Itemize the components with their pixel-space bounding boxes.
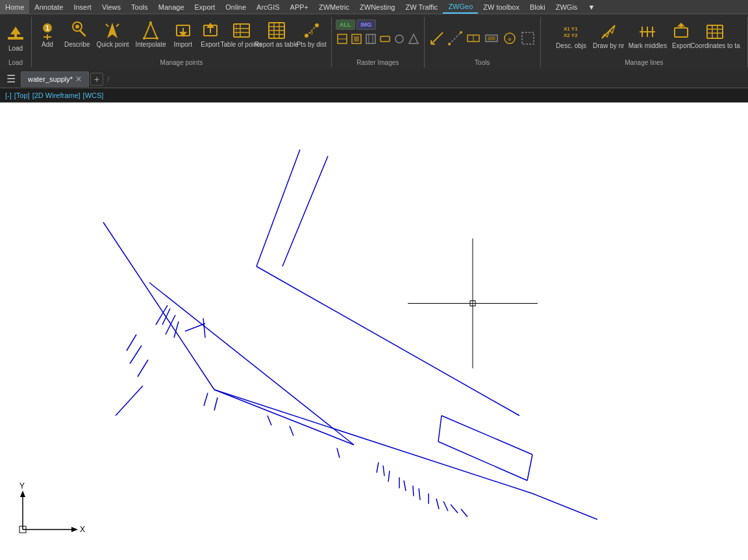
- quick-point-button[interactable]: Quick point: [94, 18, 131, 51]
- svg-text:3: 3: [235, 32, 237, 36]
- svg-rect-59: [488, 36, 495, 40]
- svg-line-113: [116, 386, 143, 416]
- desc-objs-label: Desc. objs: [556, 42, 586, 50]
- svg-line-109: [532, 494, 597, 520]
- raster-all-button[interactable]: ALL: [336, 19, 355, 30]
- export-label: Export: [201, 41, 219, 49]
- tab-separator: /: [107, 75, 109, 83]
- breadcrumb-top[interactable]: [Top]: [14, 91, 30, 99]
- raster-btn5[interactable]: [364, 32, 377, 45]
- menu-item-zwmetric[interactable]: ZWMetric: [314, 0, 355, 14]
- manage-lines-group: X1 Y1 X2 Y2 Desc. objs: [541, 17, 748, 67]
- tools-btn1[interactable]: [429, 30, 445, 47]
- export-button[interactable]: Export: [197, 18, 223, 51]
- raster-images-group: ALL IMG: [332, 17, 425, 67]
- svg-line-94: [388, 471, 390, 482]
- manage-lines-label: Manage lines: [625, 59, 663, 66]
- load-group-label: Load: [8, 59, 23, 66]
- tools-btn6[interactable]: [519, 30, 536, 47]
- svg-text:X1 Y1: X1 Y1: [564, 26, 578, 32]
- svg-line-83: [162, 309, 170, 325]
- breadcrumb-minus[interactable]: [-]: [5, 91, 12, 99]
- menu-item-arcgis[interactable]: ArcGIS: [251, 0, 284, 14]
- svg-rect-43: [354, 36, 359, 42]
- water-supply-tab[interactable]: water_supply* ✕: [21, 71, 89, 87]
- tools-group: ⊕ Tools: [425, 17, 541, 67]
- draw-by-nr-label: Draw by nr: [593, 42, 624, 50]
- draw-by-nr-button[interactable]: Draw by nr: [590, 19, 627, 52]
- raster-btn8[interactable]: [407, 32, 420, 45]
- menu-item-dropdown[interactable]: ▼: [582, 0, 600, 14]
- report-as-table-label: Report as table: [255, 41, 299, 49]
- svg-line-79: [282, 156, 328, 267]
- mark-middles-label: Mark middles: [629, 42, 667, 50]
- svg-rect-47: [380, 36, 390, 42]
- svg-line-107: [438, 442, 527, 481]
- svg-line-53: [449, 32, 461, 44]
- svg-point-54: [448, 43, 451, 45]
- raster-btn3[interactable]: [336, 32, 349, 45]
- svg-line-115: [214, 398, 218, 411]
- svg-line-116: [256, 267, 519, 416]
- svg-point-15: [143, 37, 145, 40]
- add-tab-button[interactable]: +: [90, 73, 103, 86]
- tab-close-button[interactable]: ✕: [75, 75, 82, 84]
- menu-item-zwnesting[interactable]: ZWNesting: [355, 0, 400, 14]
- load-label: Load: [8, 45, 23, 53]
- desc-objs-button[interactable]: X1 Y1 X2 Y2 Desc. objs: [553, 19, 589, 52]
- menu-item-annotate[interactable]: Annotate: [29, 0, 68, 14]
- raster-btn4[interactable]: [350, 32, 363, 45]
- describe-label: Describe: [64, 41, 90, 49]
- add-button[interactable]: 1 Add: [34, 18, 60, 51]
- raster-btn6[interactable]: [379, 32, 392, 45]
- report-as-table-button[interactable]: Report as table: [260, 18, 293, 51]
- menu-item-zwgeo[interactable]: ZWGeo: [443, 0, 478, 14]
- svg-line-87: [203, 319, 205, 338]
- tools-btn2[interactable]: [447, 30, 464, 47]
- menu-item-app[interactable]: APP+: [285, 0, 314, 14]
- svg-rect-73: [707, 25, 723, 38]
- svg-text:1: 1: [45, 24, 49, 32]
- menu-item-online[interactable]: Online: [220, 0, 251, 14]
- menu-item-views[interactable]: Views: [97, 0, 126, 14]
- menu-item-export[interactable]: Export: [190, 0, 221, 14]
- svg-line-110: [127, 335, 136, 351]
- hamburger-menu[interactable]: ☰: [3, 73, 19, 85]
- tools-btn3[interactable]: [465, 30, 482, 47]
- svg-text:d: d: [310, 30, 313, 35]
- svg-point-14: [149, 21, 152, 24]
- describe-button[interactable]: Describe: [62, 18, 92, 51]
- coordinates-to-table-button[interactable]: Coordinates to ta: [695, 19, 734, 52]
- menu-item-zwgis[interactable]: ZWGis: [551, 0, 583, 14]
- breadcrumb-wireframe[interactable]: [2D Wireframe]: [32, 91, 81, 99]
- breadcrumb: [-] [Top] [2D Wireframe] [WCS]: [0, 88, 748, 103]
- menu-item-zwtraffic[interactable]: ZW Traffic: [400, 0, 443, 14]
- canvas-area[interactable]: Y X: [0, 103, 748, 560]
- raster-img-button[interactable]: IMG: [356, 19, 376, 30]
- menu-item-bloki[interactable]: Bloki: [525, 0, 551, 14]
- tools-btn4[interactable]: [483, 30, 500, 47]
- raster-btn7[interactable]: [393, 32, 406, 45]
- svg-line-108: [214, 390, 354, 445]
- svg-line-78: [256, 150, 300, 267]
- menu-item-zwtoolbox[interactable]: ZW toolbox: [478, 0, 525, 14]
- mark-middles-button[interactable]: Mark middles: [628, 19, 667, 52]
- svg-point-48: [395, 35, 403, 43]
- menu-item-manage[interactable]: Manage: [153, 0, 190, 14]
- tools-btn5[interactable]: ⊕: [501, 30, 518, 47]
- menu-item-home[interactable]: Home: [0, 0, 29, 14]
- menu-item-tools[interactable]: Tools: [126, 0, 153, 14]
- menu-item-insert[interactable]: Insert: [68, 0, 97, 14]
- svg-line-90: [290, 426, 293, 436]
- svg-line-97: [413, 486, 414, 496]
- load-button[interactable]: Load: [3, 22, 29, 55]
- manage-points-label: Manage points: [160, 59, 203, 66]
- svg-line-96: [404, 481, 406, 491]
- table-of-points-button[interactable]: 1 2 3 Table of points: [225, 18, 258, 51]
- svg-line-80: [103, 223, 214, 390]
- svg-marker-49: [409, 34, 418, 43]
- pts-by-dist-button[interactable]: d Pts by dist: [295, 18, 329, 51]
- interpolate-button[interactable]: Interpolate: [133, 18, 169, 51]
- import-button[interactable]: Import: [170, 18, 196, 51]
- breadcrumb-wcs[interactable]: [WCS]: [83, 91, 104, 99]
